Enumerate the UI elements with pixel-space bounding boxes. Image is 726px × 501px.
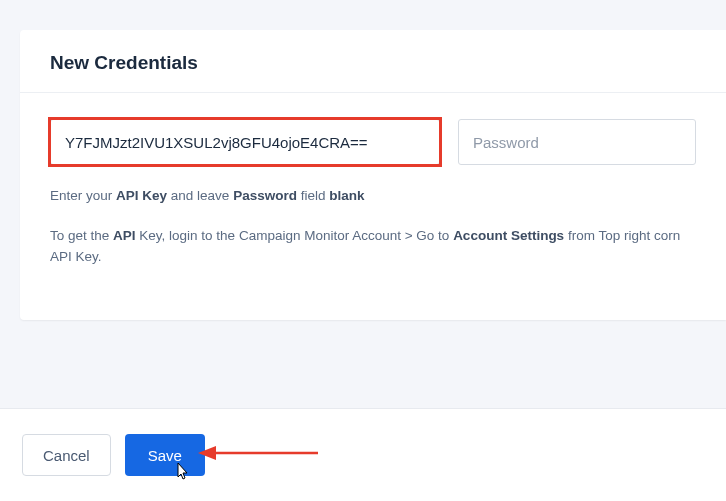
password-input[interactable] [458, 119, 696, 165]
card-body: Enter your API Key and leave Password fi… [20, 93, 726, 268]
api-key-field-wrap [50, 119, 440, 165]
hint-1: Enter your API Key and leave Password fi… [50, 185, 696, 207]
input-row [50, 119, 696, 165]
hint-2: To get the API Key, login to the Campaig… [50, 225, 696, 268]
api-key-input[interactable] [50, 119, 440, 165]
card-header: New Credentials [20, 30, 726, 93]
cancel-button[interactable]: Cancel [22, 434, 111, 476]
password-field-wrap [458, 119, 696, 165]
cursor-icon [174, 461, 190, 481]
arrow-annotation [198, 441, 318, 465]
save-button[interactable]: Save [125, 434, 205, 476]
card-title: New Credentials [50, 52, 696, 74]
credentials-card: New Credentials Enter your API Key and l… [20, 30, 726, 320]
footer: Cancel Save [0, 408, 726, 501]
save-button-label: Save [148, 447, 182, 464]
